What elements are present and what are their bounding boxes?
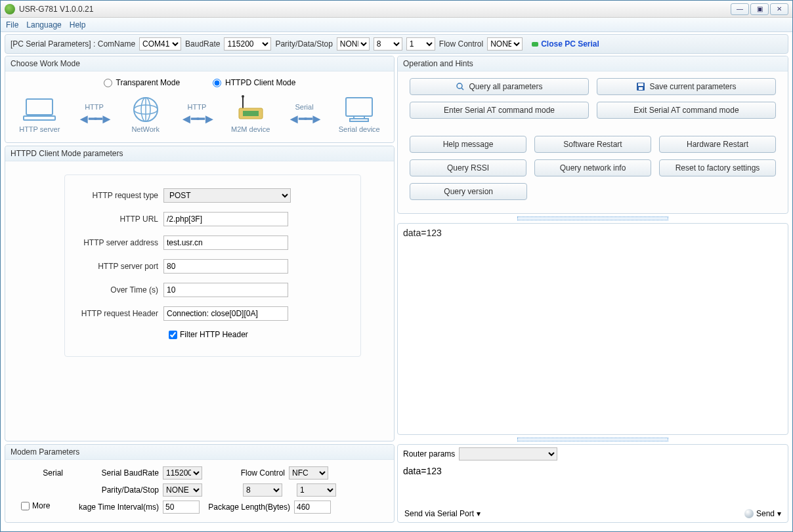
svg-rect-0 — [26, 99, 53, 115]
query-all-button[interactable]: Query all parameters — [410, 78, 589, 95]
svg-rect-12 — [350, 119, 368, 121]
httpd-params-title: HTTPD Client Mode parameters — [5, 146, 394, 161]
send-icon — [744, 509, 754, 518]
mode-diagram: HTTP server HTTP◄━━► NetWork HTTP◄━━► — [5, 91, 394, 142]
help-button[interactable]: Help message — [410, 136, 526, 153]
reset-factory-button[interactable]: Reset to factory settings — [659, 159, 776, 176]
request-type-label: HTTP request type — [78, 191, 163, 200]
enter-at-button[interactable]: Enter Serial AT command mode — [410, 102, 589, 119]
modem-panel: Modem Parameters Serial Serial BaudRate … — [5, 444, 395, 523]
comname-label: [PC Serial Parameters] : ComName — [11, 39, 135, 49]
close-pc-serial-button[interactable]: Close PC Serial — [532, 39, 599, 49]
menu-help[interactable]: Help — [70, 20, 86, 30]
pds-label: Parity/Data/Stop — [275, 39, 332, 49]
http-addr-label: HTTP server address — [78, 238, 163, 247]
modem-baud-label: Serial BaudRate — [67, 468, 159, 478]
request-header-input[interactable] — [163, 306, 288, 321]
operations-panel: Operation and Hints Query all parameters… — [397, 56, 788, 214]
sw-restart-button[interactable]: Software Restart — [534, 136, 651, 153]
httpd-params-panel: HTTPD Client Mode parameters HTTP reques… — [5, 146, 395, 441]
svg-rect-9 — [243, 111, 259, 116]
more-checkbox[interactable]: More — [21, 501, 50, 510]
maximize-button[interactable]: ▣ — [750, 3, 769, 15]
send-via-dropdown[interactable]: Send via Serial Port▾ — [404, 509, 481, 518]
m2m-device-icon — [234, 96, 268, 123]
stopbits-select[interactable]: 1 — [406, 37, 435, 51]
request-type-select[interactable]: POST — [163, 188, 291, 203]
pc-serial-toolbar: [PC Serial Parameters] : ComName COM41 B… — [5, 34, 788, 54]
transparent-mode-radio[interactable]: Transparent Mode — [104, 78, 181, 87]
app-icon — [5, 4, 15, 14]
work-mode-panel: Choose Work Mode Transparent Mode HTTPD … — [5, 56, 395, 143]
chevron-down-icon: ▾ — [477, 509, 481, 518]
flow-select[interactable]: NONE — [487, 37, 523, 51]
filter-header-checkbox[interactable]: Filter HTTP Header — [169, 330, 248, 339]
menu-file[interactable]: File — [6, 20, 18, 30]
send-text[interactable]: data=123 — [398, 463, 788, 505]
http-url-label: HTTP URL — [78, 215, 163, 224]
modem-parity-select[interactable]: NONE — [163, 483, 202, 497]
http-port-label: HTTP server port — [78, 262, 163, 271]
titlebar: USR-G781 V1.0.0.21 — ▣ ✕ — [1, 1, 792, 18]
query-net-button[interactable]: Query network info — [534, 159, 651, 176]
router-params-label: Router params — [403, 449, 455, 459]
baudrate-select[interactable]: 115200 — [224, 37, 271, 51]
http-server-icon — [22, 96, 56, 123]
flow-label: Flow Control — [439, 39, 483, 49]
splitter-bottom[interactable] — [397, 436, 788, 443]
query-rssi-button[interactable]: Query RSSI — [410, 159, 526, 176]
router-params-select[interactable] — [459, 447, 557, 460]
svg-rect-16 — [638, 83, 643, 86]
over-time-label: Over Time (s) — [78, 285, 163, 295]
query-version-button[interactable]: Query version — [410, 183, 527, 200]
svg-line-14 — [461, 88, 463, 90]
search-icon — [456, 82, 465, 91]
svg-point-13 — [457, 83, 462, 89]
svg-rect-17 — [639, 87, 643, 90]
menubar: File Language Help — [1, 18, 792, 32]
serial-label: Serial — [17, 468, 63, 478]
http-port-input[interactable] — [163, 259, 288, 274]
svg-rect-10 — [346, 98, 372, 116]
network-icon — [129, 96, 163, 123]
save-icon — [636, 82, 645, 91]
pkg-time-label: kage Time Interval(ms) — [67, 502, 159, 512]
http-addr-input[interactable] — [163, 235, 288, 250]
chevron-down-icon: ▾ — [777, 509, 781, 518]
modem-data-select[interactable]: 8 — [243, 483, 282, 497]
send-button[interactable]: Send ▾ — [744, 509, 781, 518]
modem-flow-select[interactable]: NFC — [289, 466, 328, 480]
window-title: USR-G781 V1.0.0.21 — [19, 5, 93, 14]
modem-baud-select[interactable]: 115200 — [163, 466, 202, 480]
serial-status-icon — [532, 42, 538, 47]
pkg-len-label: Package Length(Bytes) — [204, 502, 290, 512]
operations-title: Operation and Hints — [398, 56, 788, 72]
modem-flow-label: Flow Control — [206, 468, 285, 478]
svg-rect-1 — [24, 116, 55, 120]
parity-select[interactable]: NONE — [337, 37, 370, 51]
svg-point-7 — [242, 95, 244, 98]
modem-pds-label: Parity/Data/Stop — [67, 485, 159, 495]
modem-title: Modem Parameters — [5, 445, 394, 460]
minimize-button[interactable]: — — [731, 3, 749, 15]
send-panel: Router params data=123 Send via Serial P… — [397, 444, 788, 523]
databits-select[interactable]: 8 — [374, 37, 402, 51]
pkg-time-input[interactable] — [163, 501, 200, 514]
over-time-input[interactable] — [163, 283, 288, 297]
pkg-len-input[interactable] — [294, 501, 331, 514]
save-params-button[interactable]: Save current parameters — [597, 78, 776, 95]
menu-language[interactable]: Language — [26, 20, 61, 30]
splitter-top[interactable] — [397, 215, 788, 222]
close-button[interactable]: ✕ — [770, 3, 788, 15]
hw-restart-button[interactable]: Hardware Restart — [659, 136, 776, 153]
console-output[interactable]: data=123 — [397, 223, 788, 435]
work-mode-title: Choose Work Mode — [5, 56, 394, 72]
httpd-mode-radio[interactable]: HTTPD Client Mode — [213, 78, 295, 87]
request-header-label: HTTP request Header — [78, 309, 163, 318]
exit-at-button[interactable]: Exit Serial AT command mode — [597, 102, 776, 119]
modem-stop-select[interactable]: 1 — [297, 483, 336, 497]
comname-select[interactable]: COM41 — [139, 37, 181, 51]
serial-device-icon — [342, 96, 376, 123]
baudrate-label: BaudRate — [185, 39, 220, 49]
http-url-input[interactable] — [163, 212, 288, 226]
